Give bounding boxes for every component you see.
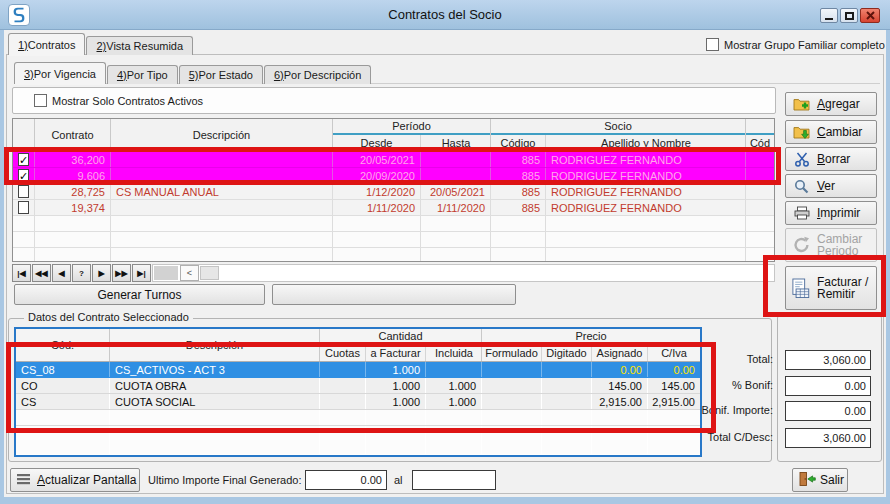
exit-door-icon <box>798 471 816 490</box>
maximize-button[interactable] <box>840 8 858 23</box>
tab-por-vigencia[interactable]: 3) Por Vigencia <box>14 62 106 84</box>
horizontal-scrollbar[interactable]: < <box>152 264 775 282</box>
detalle-row-1[interactable]: CS_08 CS_ACTIVOS - ACT 3 1.000 0.00 0.00 <box>16 362 700 378</box>
window-border <box>886 30 890 504</box>
bonif-label: % Bonif: <box>628 379 773 391</box>
grupo-familiar-label: Mostrar Grupo Familiar completo <box>724 39 885 51</box>
blank-button[interactable] <box>272 284 516 305</box>
tab-por-estado[interactable]: 5) Por Estado <box>179 65 263 84</box>
folder-arrow-icon <box>792 125 811 140</box>
detalle-grid: Cód. Descripción Cantidad Cuotas a Factu… <box>14 327 702 457</box>
col-cuotas: Cuotas <box>320 345 366 361</box>
close-button[interactable] <box>860 8 880 23</box>
contrato-row-2[interactable]: ✓ 9,606 20/09/2020 885 RODRIGUEZ FERNAND… <box>13 168 774 184</box>
importe-hasta-field[interactable] <box>412 470 496 490</box>
agregar-button[interactable]: Agregar <box>785 92 877 116</box>
bonif-field[interactable]: 0.00 <box>785 376 871 396</box>
empty-row <box>16 426 700 454</box>
col-cod2: Cód <box>746 135 774 151</box>
tab-contratos[interactable]: 1) Contratos <box>8 33 85 55</box>
window-border <box>0 30 4 504</box>
col-hasta: Hasta <box>421 135 491 151</box>
main-tabstrip: 1) Contratos 2) Vista Resumida <box>8 33 194 55</box>
borrar-button[interactable]: Borrar <box>785 147 877 171</box>
grupo-familiar-checkbox-row: Mostrar Grupo Familiar completo <box>706 38 885 51</box>
scrollbar-page-block[interactable] <box>154 266 178 280</box>
row-checkbox[interactable] <box>18 185 29 198</box>
empty-row <box>13 248 774 262</box>
scroll-left-button[interactable]: < <box>180 265 199 281</box>
total-desc-field[interactable]: 3,060.00 <box>785 428 871 448</box>
cambiar-button[interactable]: Cambiar <box>785 120 877 144</box>
row-checkbox[interactable] <box>18 201 29 214</box>
scissors-icon <box>792 152 811 167</box>
contrato-row-3[interactable]: 28,725 CS MANUAL ANUAL 1/12/2020 20/05/2… <box>13 184 774 200</box>
col-formulado: Formulado <box>482 345 542 361</box>
actualizar-pantalla-button[interactable]: Actualizar Pantalla <box>10 468 140 492</box>
tab-por-tipo[interactable]: 4) Por Tipo <box>107 65 178 84</box>
row-checkbox[interactable]: ✓ <box>18 153 29 166</box>
col-incluida: Incluida <box>426 345 482 361</box>
grupo-familiar-checkbox[interactable] <box>706 38 719 51</box>
scrollbar-thumb[interactable] <box>200 266 219 280</box>
col-contrato: Contrato <box>35 119 111 151</box>
minimize-button[interactable] <box>820 8 838 23</box>
col-descripcion: Descripción <box>110 329 320 361</box>
nav-search-button[interactable]: ? <box>72 264 91 282</box>
contratos-grid-header: Contrato Descripción Período Desde Hasta… <box>13 119 774 152</box>
nav-fast-prev-button[interactable]: ◀◀ <box>32 264 51 282</box>
total-field[interactable]: 3,060.00 <box>785 350 871 370</box>
nav-last-button[interactable]: ▶| <box>132 264 151 282</box>
detalle-grid-header: Cód. Descripción Cantidad Cuotas a Factu… <box>16 329 700 362</box>
colgroup-socio: Socio Código Apellido y Nombre <box>491 119 746 151</box>
list-icon <box>17 473 31 488</box>
ultimo-importe-label: Ultimo Importe Final Generado: <box>148 474 301 486</box>
bonif-importe-label: Bonif. Importe: <box>628 404 773 416</box>
solo-activos-checkbox[interactable] <box>34 94 47 107</box>
cambiar-periodo-button[interactable]: CambiarPeriodo <box>785 228 877 262</box>
col-cod: Cód. <box>16 329 110 361</box>
importe-desde-field[interactable]: 0.00 <box>305 470 387 490</box>
solo-activos-checkbox-row: Mostrar Solo Contratos Activos <box>34 94 203 107</box>
row-checkbox[interactable]: ✓ <box>18 169 29 182</box>
ver-button[interactable]: Ver <box>785 174 877 198</box>
solo-activos-label: Mostrar Solo Contratos Activos <box>52 95 203 107</box>
nav-prev-button[interactable]: ◀ <box>52 264 71 282</box>
contrato-row-1[interactable]: ✓ 36,200 20/05/2021 885 RODRIGUEZ FERNAN… <box>13 152 774 168</box>
nav-next-button[interactable]: ▶ <box>92 264 111 282</box>
col-a-facturar: a Facturar <box>366 345 426 361</box>
folder-plus-icon <box>792 97 811 112</box>
printer-icon <box>792 206 811 220</box>
nav-first-button[interactable]: |◀ <box>12 264 31 282</box>
empty-row <box>16 410 700 426</box>
col-select <box>13 119 35 151</box>
window-title: Contratos del Socio <box>0 0 890 30</box>
window-border <box>0 497 890 504</box>
imprimir-button[interactable]: Imprimir <box>785 201 877 225</box>
title-bar: Contratos del Socio <box>0 0 890 30</box>
datos-group-label: Datos del Contrato Seleccionado <box>24 311 193 323</box>
colgroup-cod2: Cód <box>746 119 774 151</box>
detalle-row-3[interactable]: CS CUOTA SOCIAL 1.000 1.000 2,915.00 2,9… <box>16 394 700 410</box>
colgroup-periodo: Período Desde Hasta <box>333 119 491 151</box>
record-navigator: |◀ ◀◀ ◀ ? ▶ ▶▶ ▶| <box>12 264 152 282</box>
col-desde: Desde <box>333 135 421 151</box>
sub-tabstrip: 3) Por Vigencia 4) Por Tipo 5) Por Estad… <box>14 62 372 84</box>
facturar-remitir-button[interactable]: Facturar /Remitir <box>785 266 877 310</box>
col-apellido-nombre: Apellido y Nombre <box>546 135 746 151</box>
nav-fast-next-button[interactable]: ▶▶ <box>112 264 131 282</box>
col-descripcion: Descripción <box>111 119 333 151</box>
contrato-row-4[interactable]: 19,374 1/11/2020 1/11/2020 885 RODRIGUEZ… <box>13 200 774 216</box>
empty-row <box>13 232 774 248</box>
contratos-grid: Contrato Descripción Período Desde Hasta… <box>12 118 775 262</box>
bonif-importe-field[interactable]: 0.00 <box>785 401 871 421</box>
total-label: Total: <box>628 353 773 365</box>
contratos-del-socio-window: Contratos del Socio 1) Contratos 2) Vist… <box>0 0 890 504</box>
salir-button[interactable]: Salir <box>792 468 848 492</box>
tab-vista-resumida[interactable]: 2) Vista Resumida <box>86 36 193 55</box>
detalle-row-2[interactable]: CO CUOTA OBRA 1.000 1.000 145.00 145.00 <box>16 378 700 394</box>
empty-row <box>13 216 774 232</box>
tab-por-descripcion[interactable]: 6) Por Descripción <box>264 65 371 84</box>
col-digitado: Digitado <box>542 345 592 361</box>
generar-turnos-button[interactable]: Generar Turnos <box>14 284 265 305</box>
